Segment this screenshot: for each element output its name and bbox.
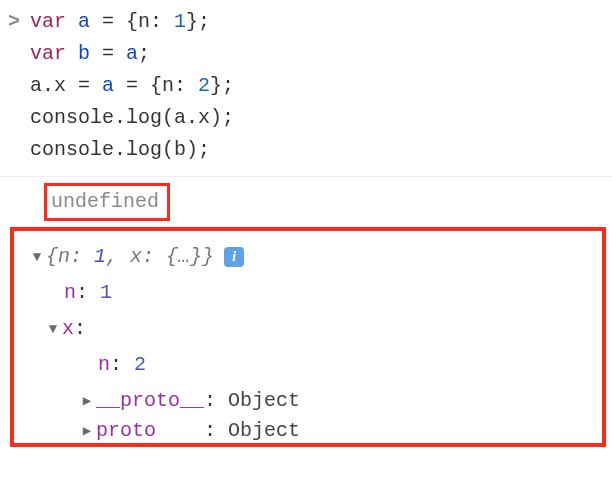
prop-n: n: xyxy=(162,74,198,97)
property-val-1: 1 xyxy=(100,277,112,309)
brace-open: { xyxy=(150,74,162,97)
property-key-n: n xyxy=(98,349,110,381)
property-val-2: 2 xyxy=(134,349,146,381)
summary-key-n: n: xyxy=(58,241,94,273)
brace-close: }; xyxy=(210,74,234,97)
identifier-a: a xyxy=(66,10,102,33)
property-x-row[interactable]: x: xyxy=(28,311,594,347)
brace-close: }; xyxy=(186,10,210,33)
console-output-object: {n: 1, x: {…}} i n: 1 x: n: 2 __proto__:… xyxy=(10,227,606,447)
summary-brace-open: { xyxy=(46,241,58,273)
console-input-block: > var a = {n: 1}; var b = a; a.x = a = {… xyxy=(0,0,612,177)
identifier-a: a xyxy=(126,42,138,65)
code-line-1: var a = {n: 1}; xyxy=(30,6,602,38)
code-line-3: a.x = a = {n: 2}; xyxy=(30,70,602,102)
property-val-object: Object xyxy=(228,419,300,443)
code-line-2: var b = a; xyxy=(30,38,602,70)
identifier-b: b xyxy=(66,42,102,65)
equals-op: = xyxy=(102,42,126,65)
member-ax: a.x xyxy=(30,74,78,97)
identifier-a: a xyxy=(102,74,126,97)
summary-sep: , xyxy=(106,241,130,273)
summary-key-x: x: xyxy=(130,241,166,273)
property-key-x: x xyxy=(62,313,74,345)
equals-op: = xyxy=(102,10,126,33)
keyword-var: var xyxy=(30,10,66,33)
property-n-row[interactable]: n: 1 xyxy=(28,275,594,311)
code-line-4: console.log(a.x); xyxy=(30,102,602,134)
property-proto-row[interactable]: __proto__: Object xyxy=(28,383,594,419)
collapse-arrow-icon[interactable] xyxy=(78,390,96,412)
number-2: 2 xyxy=(198,74,210,97)
summary-val-1: 1 xyxy=(94,241,106,273)
keyword-var: var xyxy=(30,42,66,65)
input-prompt-icon: > xyxy=(8,6,20,38)
undefined-result: undefined xyxy=(44,183,170,221)
info-icon[interactable]: i xyxy=(224,247,244,267)
property-key-proto: __proto__ xyxy=(96,385,204,417)
property-proto-row-2[interactable]: proto : Object xyxy=(28,419,594,443)
console-log-b: console.log(b); xyxy=(30,138,210,161)
semicolon: ; xyxy=(138,42,150,65)
console-log-ax: console.log(a.x); xyxy=(30,106,234,129)
summary-nested: {…} xyxy=(166,241,202,273)
property-key-n: n xyxy=(64,277,76,309)
expand-arrow-icon[interactable] xyxy=(28,246,46,268)
number-1: 1 xyxy=(174,10,186,33)
equals-op: = xyxy=(126,74,150,97)
expand-arrow-icon[interactable] xyxy=(44,318,62,340)
collapse-arrow-icon[interactable] xyxy=(78,420,96,442)
console-output-undefined: undefined xyxy=(0,177,612,227)
brace-open: { xyxy=(126,10,138,33)
object-summary-row[interactable]: {n: 1, x: {…}} i xyxy=(28,239,594,275)
property-val-object: Object xyxy=(228,385,300,417)
equals-op: = xyxy=(78,74,102,97)
code-line-5: console.log(b); xyxy=(30,134,602,166)
property-key-proto: proto xyxy=(96,419,156,443)
summary-brace-close: } xyxy=(202,241,214,273)
property-x-n-row[interactable]: n: 2 xyxy=(28,347,594,383)
prop-n: n: xyxy=(138,10,174,33)
